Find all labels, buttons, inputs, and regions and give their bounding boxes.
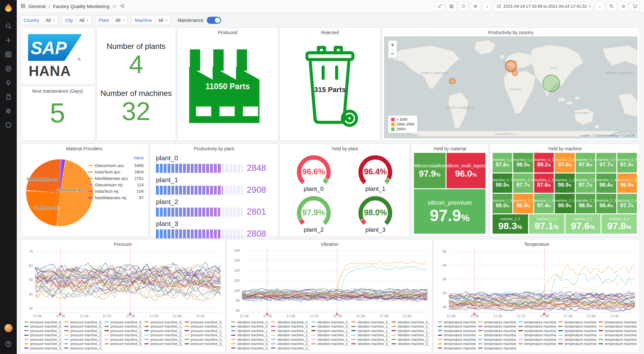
productivity-bubble[interactable]: [543, 75, 560, 92]
panel-title[interactable]: Produced: [178, 28, 278, 35]
legend-item[interactable]: temperature machine_1_6: [599, 329, 637, 333]
legend-item[interactable]: pressure machine_3_7: [64, 346, 102, 350]
legend-item[interactable]: pressure machine_2_4: [24, 337, 62, 342]
legend-item[interactable]: temperature machine_2_4: [438, 337, 476, 342]
legend-item[interactable]: pressure machine_1_6: [185, 329, 223, 333]
panel-title[interactable]: Yield by material: [411, 144, 488, 151]
legend-item[interactable]: pressure machine_0_1: [64, 320, 102, 324]
legend-item[interactable]: pressure machine_1_2: [24, 329, 62, 333]
legend-item[interactable]: temperature machine_3_3: [518, 342, 557, 346]
refresh-button[interactable]: ⟳: [619, 2, 628, 11]
legend-item[interactable]: temperature machine_2_2: [558, 333, 597, 338]
legend-item[interactable]: temperature machine_3_0: [599, 337, 637, 342]
legend-item[interactable]: temperature machine_2_3: [599, 333, 637, 338]
legend-item[interactable]: pressure machine_3_5: [185, 342, 223, 346]
productivity-bubble[interactable]: [512, 70, 518, 76]
dashboards-icon[interactable]: [5, 51, 12, 58]
legend-item[interactable]: pressure machine_3_2: [64, 342, 102, 346]
legend-item[interactable]: vibration machine_0_0: [231, 320, 269, 324]
legend-item[interactable]: vibration machine_2_5: [271, 337, 309, 342]
legend-item[interactable]: pressure machine_0_7: [104, 324, 142, 329]
legend-item[interactable]: vibration machine_1_3: [271, 329, 309, 333]
add-panel-button[interactable]: [435, 2, 445, 11]
map-zoom-in-button[interactable]: +: [388, 41, 397, 49]
share-icon[interactable]: [120, 4, 125, 9]
legend-item[interactable]: vibration machine_1_0: [351, 324, 389, 329]
tv-mode-button[interactable]: [630, 2, 640, 11]
legend-item[interactable]: vibration machine_1_6: [391, 329, 429, 333]
legend-item[interactable]: temperature machine_2_1: [518, 333, 557, 338]
legend-item[interactable]: vibration machine_1_2: [231, 329, 269, 333]
legend-item[interactable]: temperature machine_0_1: [478, 320, 516, 324]
legend-item[interactable]: pressure machine_2_7: [144, 337, 182, 342]
zoom-out-button[interactable]: [607, 2, 617, 11]
legend-item[interactable]: temperature machine_2_5: [478, 337, 516, 342]
user-avatar[interactable]: [4, 324, 13, 332]
legend-item[interactable]: vibration machine_3_1: [231, 342, 269, 346]
legend-item[interactable]: pressure machine_0_2: [104, 320, 142, 324]
legend-item[interactable]: vibration machine_2_7: [351, 337, 389, 342]
star-icon[interactable]: ☆: [112, 3, 117, 9]
breadcrumb-section[interactable]: General: [28, 4, 45, 9]
legend-item[interactable]: vibration machine_1_1: [391, 324, 429, 329]
map-zoom-out-button[interactable]: −: [388, 49, 397, 58]
legend-item[interactable]: vibration machine_3_3: [311, 342, 349, 346]
panel-title[interactable]: Yield by plant: [280, 144, 409, 151]
legend-item[interactable]: temperature machine_0_2: [518, 320, 557, 324]
legend-item[interactable]: vibration machine_2_3: [391, 333, 429, 338]
legend-item[interactable]: pressure machine_1_4: [104, 329, 142, 333]
legend-item[interactable]: pressure machine_3_1: [24, 342, 62, 346]
legend-item[interactable]: vibration machine_2_0: [271, 333, 309, 338]
legend-item[interactable]: vibration machine_2_4: [231, 337, 269, 342]
legend-item[interactable]: temperature machine_3_2: [478, 342, 516, 346]
panel-title[interactable]: Yield by machine: [490, 144, 639, 151]
panel-title[interactable]: Productivity by country: [382, 28, 639, 35]
legend-item[interactable]: temperature machine_3_5: [599, 342, 637, 346]
legend-item[interactable]: pressure machine_0_4: [185, 320, 223, 324]
time-back-button[interactable]: ‹: [482, 2, 492, 11]
configuration-gear-icon[interactable]: [5, 107, 12, 115]
legend-item[interactable]: vibration machine_0_1: [271, 320, 309, 324]
panel-title[interactable]: Rejected: [280, 28, 380, 35]
legend-item[interactable]: vibration machine_0_6: [271, 324, 309, 329]
legend-item[interactable]: NextMaterials acc2751: [88, 175, 144, 182]
time-forward-button[interactable]: ›: [595, 2, 605, 11]
legend-item[interactable]: temperature machine_3_4: [558, 342, 597, 346]
map-attribution[interactable]: Leaflet | © OpenStreetMap © CartoDB: [579, 134, 636, 137]
legend-item[interactable]: temperature machine_0_0: [438, 320, 476, 324]
filter-value-dropdown[interactable]: All▾: [112, 15, 128, 25]
panel-title[interactable]: Next maintenance (Days): [20, 86, 95, 94]
docs-file-icon[interactable]: [5, 93, 12, 100]
legend-item[interactable]: pressure machine_0_0: [24, 320, 62, 324]
legend-item[interactable]: temperature machine_3_6: [438, 346, 476, 350]
legend-item[interactable]: NextMaterials rej97: [88, 194, 144, 201]
legend-item[interactable]: vibration machine_2_6: [311, 337, 349, 342]
panel-title[interactable]: Productivity by plant: [150, 144, 278, 151]
legend-item[interactable]: vibration machine_0_5: [231, 324, 269, 329]
annotation-marker[interactable]: [335, 312, 339, 315]
legend-item[interactable]: pressure machine_2_5: [64, 337, 102, 342]
legend-item[interactable]: vibration machine_0_2: [311, 320, 349, 324]
legend-item[interactable]: pressure machine_0_3: [144, 320, 182, 324]
filter-value-dropdown[interactable]: All▾: [43, 15, 58, 25]
legend-item[interactable]: temperature machine_0_7: [518, 324, 557, 329]
time-range-picker[interactable]: 2021-04-24 17:33:59 to 2021-04-24 17:41:…: [494, 2, 593, 11]
legend-item[interactable]: pressure machine_3_0: [185, 337, 223, 342]
legend-item[interactable]: pressure machine_0_6: [64, 324, 102, 329]
filter-value-dropdown[interactable]: All▾: [155, 15, 170, 25]
legend-item[interactable]: Glassimium acc5495: [88, 162, 144, 169]
legend-item[interactable]: pressure machine_1_0: [144, 324, 182, 329]
legend-item[interactable]: temperature machine_1_1: [599, 324, 637, 329]
filter-value-dropdown[interactable]: All▾: [76, 15, 91, 25]
legend-item[interactable]: Glassimium rej114: [88, 182, 144, 188]
legend-item[interactable]: vibration machine_2_2: [351, 333, 389, 338]
legend-item[interactable]: IndiaTech rej104: [88, 188, 144, 194]
dashboard-settings-button[interactable]: [470, 2, 480, 11]
legend-item[interactable]: temperature machine_2_0: [478, 333, 516, 338]
legend-item[interactable]: temperature machine_0_6: [478, 324, 516, 329]
panel-title[interactable]: Vibration: [227, 239, 432, 247]
legend-item[interactable]: pressure machine_1_1: [185, 324, 223, 329]
legend-item[interactable]: temperature machine_2_7: [558, 337, 597, 342]
annotation-marker[interactable]: [59, 312, 62, 315]
search-icon[interactable]: [5, 23, 12, 30]
